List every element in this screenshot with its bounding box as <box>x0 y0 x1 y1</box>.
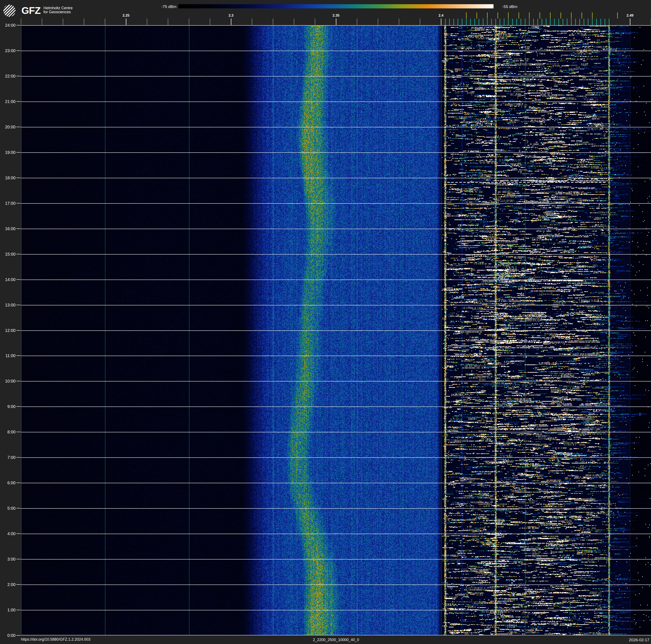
time-tick <box>17 432 21 432</box>
time-tick-label: 23:00 <box>2 48 16 53</box>
logo-org-line2: for Geosciences <box>43 10 71 14</box>
ble-channel-tick <box>500 19 500 25</box>
ble-channel-tick <box>558 19 559 25</box>
time-tick <box>17 584 21 585</box>
ble-channel-tick <box>478 19 479 25</box>
time-tick <box>17 279 21 280</box>
ble-channel-tick <box>575 19 576 25</box>
wifi-channel-tick <box>582 12 582 19</box>
logo-org-line1: Helmholtz Centre <box>43 6 73 10</box>
ble-channel-tick <box>458 19 458 25</box>
freq-tick-label: 2.49 <box>626 13 633 18</box>
ble-channel-tick <box>462 19 462 25</box>
time-tick <box>17 381 21 381</box>
wifi-channel-tick <box>476 12 477 19</box>
wifi-channel-tick <box>519 12 519 19</box>
time-tick <box>17 101 21 102</box>
time-tick <box>17 330 21 331</box>
wifi-channel-tick <box>529 12 530 19</box>
ble-channel-tick <box>554 19 555 25</box>
wifi-channel-tick <box>560 12 561 19</box>
time-tick <box>17 51 21 51</box>
time-tick-label: 17:00 <box>2 201 16 206</box>
ble-channel-tick <box>588 19 588 25</box>
freq-minor-tick <box>399 19 399 25</box>
time-tick-label: 1:00 <box>2 608 16 612</box>
time-tick-label: 10:00 <box>2 379 16 384</box>
freq-major-tick <box>336 19 336 25</box>
ble-channel-tick <box>567 19 567 25</box>
time-tick <box>17 457 21 458</box>
freq-minor-tick <box>21 19 21 25</box>
time-tick-label: 6:00 <box>2 480 16 485</box>
wifi-channel-tick <box>592 12 593 19</box>
ble-channel-tick <box>550 19 551 25</box>
ble-channel-tick <box>474 19 475 25</box>
time-tick-label: 21:00 <box>2 99 16 104</box>
wifi-channel-tick <box>539 12 540 19</box>
time-tick-label: 15:00 <box>2 252 16 257</box>
time-tick <box>17 355 21 356</box>
time-tick-label: 11:00 <box>2 353 16 358</box>
time-tick <box>17 635 21 636</box>
time-tick-label: 13:00 <box>2 302 16 307</box>
freq-major-tick <box>126 19 126 25</box>
freq-minor-tick <box>84 19 84 25</box>
time-tick-label: 16:00 <box>2 226 16 231</box>
ble-channel-tick <box>508 19 508 25</box>
footer-date: 2026-02-17 <box>629 638 649 642</box>
colorbar-min-label: -75 dBm <box>151 4 177 9</box>
freq-minor-tick <box>315 19 315 25</box>
wifi-channel-tick <box>497 12 498 19</box>
colorbar <box>179 4 494 8</box>
ble-channel-tick <box>600 19 601 25</box>
wifi-channel-tick <box>466 12 467 19</box>
freq-minor-tick <box>273 19 273 25</box>
ble-channel-tick <box>546 19 547 25</box>
freq-minor-tick <box>210 19 210 25</box>
freq-minor-tick <box>294 19 294 25</box>
freq-major-tick <box>231 19 231 25</box>
time-tick-label: 2:00 <box>2 582 16 587</box>
ble-channel-tick <box>483 19 484 25</box>
freq-minor-tick <box>147 19 147 25</box>
time-tick-label: 5:00 <box>2 506 16 511</box>
freq-tick-label: 2.4 <box>438 13 443 18</box>
freq-tick-label: 2.35 <box>333 13 339 18</box>
time-tick-label: 3:00 <box>2 557 16 562</box>
time-tick-label: 0:00 <box>2 633 16 638</box>
freq-minor-tick <box>105 19 105 25</box>
time-tick <box>17 305 21 305</box>
freq-minor-tick <box>189 19 189 25</box>
time-tick <box>17 254 21 254</box>
ble-channel-tick <box>449 19 450 25</box>
ble-channel-tick <box>563 19 563 25</box>
time-tick-label: 8:00 <box>2 430 16 435</box>
ble-channel-tick <box>592 19 593 25</box>
time-tick-label: 12:00 <box>2 328 16 333</box>
ble-channel-tick <box>521 19 521 25</box>
time-tick-label: 19:00 <box>2 150 16 155</box>
wifi-channel-tick <box>571 12 571 19</box>
ble-channel-tick <box>470 19 471 25</box>
freq-minor-tick <box>42 19 42 25</box>
time-tick-label: 18:00 <box>2 175 16 180</box>
footer-doi-link[interactable]: https://doi.org/10.5880/GFZ.1.2.2024.003 <box>21 637 90 642</box>
time-tick-label: 14:00 <box>2 277 16 282</box>
ble-channel-tick <box>504 19 504 25</box>
time-tick-label: 7:00 <box>2 455 16 460</box>
ble-channel-tick <box>529 19 530 25</box>
ble-channel-tick <box>495 19 496 25</box>
gfz-logo-icon <box>3 5 16 17</box>
time-tick <box>17 76 21 76</box>
ble-channel-tick <box>596 19 597 25</box>
colorbar-max-label: -55 dBm <box>502 4 532 9</box>
ble-channel-tick <box>533 19 534 25</box>
footer-dataset-id: 2_2200_2500_10000_40_0 <box>313 638 359 642</box>
ble-channel-tick <box>541 19 542 25</box>
time-tick <box>17 127 21 127</box>
ble-channel-tick <box>454 19 454 25</box>
time-tick-label: 24:00 <box>2 23 16 28</box>
ble-channel-tick <box>525 19 525 25</box>
ble-channel-tick <box>537 19 538 25</box>
